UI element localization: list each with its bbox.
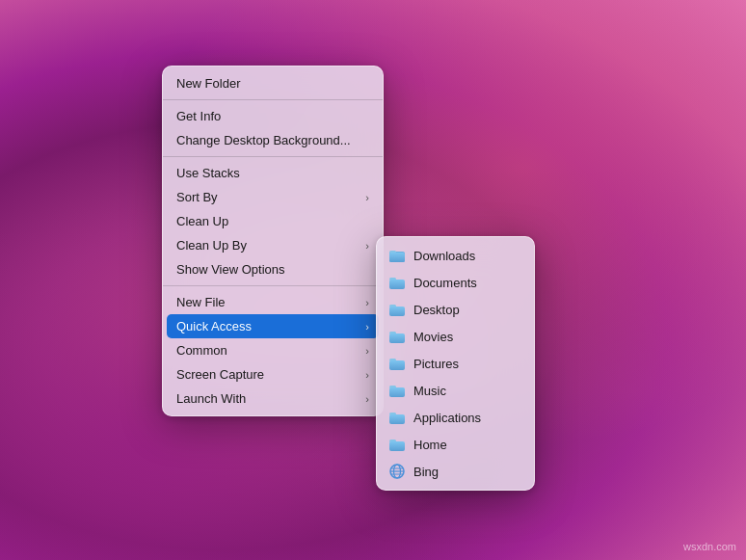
menu-item-new-file[interactable]: New File › — [163, 290, 383, 314]
quick-access-submenu: Downloads Documents — [376, 236, 535, 491]
folder-icon-desktop — [388, 301, 406, 318]
arrow-icon-quick-access: › — [365, 321, 369, 333]
menu-item-launch-with[interactable]: Launch With › — [163, 387, 383, 411]
menu-item-quick-access[interactable]: Quick Access › — [167, 314, 379, 338]
arrow-icon-launch-with: › — [365, 393, 369, 405]
menu-item-show-view-options[interactable]: Show View Options — [163, 257, 383, 281]
menu-item-sort-by[interactable]: Sort By › — [163, 185, 383, 209]
arrow-icon-sort-by: › — [365, 192, 369, 203]
svg-rect-15 — [389, 414, 405, 424]
folder-icon-movies — [388, 328, 406, 345]
menu-item-common[interactable]: Common › — [163, 338, 383, 362]
folder-icon-documents — [388, 274, 406, 291]
folder-icon-home — [388, 436, 406, 453]
menu-item-get-info[interactable]: Get Info — [163, 104, 383, 128]
submenu-item-applications[interactable]: Applications — [377, 404, 534, 431]
globe-icon-bing — [388, 463, 406, 480]
svg-rect-7 — [389, 307, 405, 316]
menu-item-change-bg[interactable]: Change Desktop Background... — [163, 128, 383, 152]
folder-icon-downloads — [388, 247, 406, 264]
context-menu: New Folder Get Info Change Desktop Backg… — [162, 66, 384, 416]
arrow-icon-screen-capture: › — [365, 369, 369, 381]
submenu-item-movies[interactable]: Movies — [377, 323, 534, 350]
svg-rect-11 — [389, 360, 405, 370]
svg-rect-5 — [389, 280, 405, 289]
menu-item-clean-up[interactable]: Clean Up — [163, 209, 383, 233]
submenu-item-home[interactable]: Home — [377, 431, 534, 458]
submenu-item-documents[interactable]: Documents — [377, 269, 534, 296]
watermark: wsxdn.com — [683, 541, 736, 552]
svg-rect-17 — [389, 441, 405, 451]
svg-rect-3 — [389, 253, 405, 262]
menu-item-new-folder[interactable]: New Folder — [163, 71, 383, 95]
arrow-icon-common: › — [365, 345, 369, 357]
svg-rect-13 — [389, 387, 405, 397]
menu-item-clean-up-by[interactable]: Clean Up By › — [163, 233, 383, 257]
menu-divider-1 — [163, 99, 383, 100]
menu-item-screen-capture[interactable]: Screen Capture › — [163, 362, 383, 387]
submenu-item-downloads[interactable]: Downloads — [377, 242, 534, 269]
submenu-item-bing[interactable]: Bing — [377, 458, 534, 485]
folder-icon-music — [388, 382, 406, 399]
folder-icon-pictures — [388, 355, 406, 372]
menu-divider-2 — [163, 156, 383, 157]
arrow-icon-new-file: › — [365, 297, 369, 308]
submenu-item-desktop[interactable]: Desktop — [377, 296, 534, 323]
arrow-icon-clean-up-by: › — [365, 240, 369, 252]
menu-divider-3 — [163, 285, 383, 286]
svg-rect-9 — [389, 333, 405, 343]
folder-icon-applications — [388, 409, 406, 426]
menu-item-use-stacks[interactable]: Use Stacks — [163, 161, 383, 185]
submenu-item-pictures[interactable]: Pictures — [377, 350, 534, 377]
submenu-item-music[interactable]: Music — [377, 377, 534, 404]
